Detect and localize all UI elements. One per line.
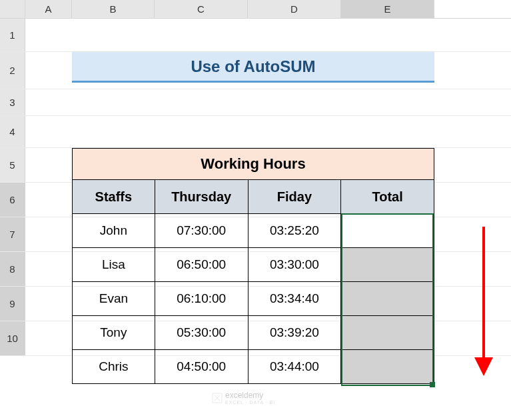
row-header-2[interactable]: 2 xyxy=(0,52,25,89)
cell[interactable] xyxy=(25,252,72,286)
col-total: Total xyxy=(341,180,434,214)
col-friday: Fiday xyxy=(248,180,341,214)
row-header-10[interactable]: 10 xyxy=(0,321,25,355)
friday-val[interactable]: 03:44:00 xyxy=(248,350,341,384)
table-row: Lisa 06:50:00 03:30:00 xyxy=(73,248,434,282)
cell[interactable] xyxy=(155,116,248,147)
cell[interactable] xyxy=(248,89,341,115)
row-1: 1 xyxy=(0,19,511,52)
row-header-7[interactable]: 7 xyxy=(0,217,25,251)
friday-val[interactable]: 03:30:00 xyxy=(248,248,341,282)
cell[interactable] xyxy=(25,217,72,251)
col-thursday: Thursday xyxy=(155,180,248,214)
row-header-3[interactable]: 3 xyxy=(0,89,25,115)
down-arrow-icon xyxy=(474,227,493,380)
col-header-b[interactable]: B xyxy=(72,0,155,18)
cell[interactable] xyxy=(25,148,72,182)
table-row: Chris 04:50:00 03:44:00 xyxy=(73,350,434,384)
table-header: Working Hours xyxy=(73,149,434,180)
row-header-5[interactable]: 5 xyxy=(0,148,25,182)
logo-icon xyxy=(212,393,223,403)
staff-name[interactable]: Evan xyxy=(73,282,155,316)
cell[interactable] xyxy=(155,19,248,51)
table-row: Evan 06:10:00 03:34:40 xyxy=(73,282,434,316)
watermark-tag: EXCEL · DATA · BI xyxy=(225,400,275,405)
cell[interactable] xyxy=(72,19,155,51)
total-val[interactable] xyxy=(341,316,434,350)
select-all-corner[interactable] xyxy=(0,0,25,18)
friday-val[interactable]: 03:34:40 xyxy=(248,282,341,316)
cell[interactable] xyxy=(248,19,341,51)
page-title: Use of AutoSUM xyxy=(72,52,434,83)
column-headers: A B C D E xyxy=(0,0,511,19)
staff-name[interactable]: Lisa xyxy=(73,248,155,282)
table-row: Tony 05:30:00 03:39:20 xyxy=(73,316,434,350)
cell[interactable] xyxy=(72,89,155,115)
row-header-8[interactable]: 8 xyxy=(0,252,25,286)
cell[interactable] xyxy=(25,89,72,115)
cell[interactable] xyxy=(248,116,341,147)
col-header-a[interactable]: A xyxy=(25,0,72,18)
table-row: John 07:30:00 03:25:20 xyxy=(73,214,434,248)
thursday-val[interactable]: 04:50:00 xyxy=(155,350,248,384)
col-header-d[interactable]: D xyxy=(248,0,341,18)
total-val[interactable] xyxy=(341,282,434,316)
col-staffs: Staffs xyxy=(73,180,155,214)
staff-name[interactable]: Chris xyxy=(73,350,155,384)
thursday-val[interactable]: 06:50:00 xyxy=(155,248,248,282)
watermark: exceldemy EXCEL · DATA · BI xyxy=(212,391,275,405)
staff-name[interactable]: Tony xyxy=(73,316,155,350)
cell[interactable] xyxy=(155,89,248,115)
row-header-9[interactable]: 9 xyxy=(0,287,25,321)
row-header-4[interactable]: 4 xyxy=(0,116,25,147)
watermark-brand: exceldemy xyxy=(225,391,263,400)
spreadsheet-grid: A B C D E 1 2 3 4 5 6 7 8 9 10 Use of Au… xyxy=(0,0,511,420)
thursday-val[interactable]: 05:30:00 xyxy=(155,316,248,350)
cell[interactable] xyxy=(341,19,434,51)
total-val[interactable] xyxy=(341,214,434,248)
friday-val[interactable]: 03:39:20 xyxy=(248,316,341,350)
cell[interactable] xyxy=(341,89,434,115)
row-header-1[interactable]: 1 xyxy=(0,19,25,51)
row-header-6[interactable]: 6 xyxy=(0,183,25,217)
working-hours-table: Working Hours Staffs Thursday Fiday Tota… xyxy=(72,148,434,384)
col-header-c[interactable]: C xyxy=(155,0,248,18)
cell[interactable] xyxy=(72,116,155,147)
cell[interactable] xyxy=(25,183,72,217)
cell[interactable] xyxy=(25,19,72,51)
thursday-val[interactable]: 07:30:00 xyxy=(155,214,248,248)
total-val[interactable] xyxy=(341,248,434,282)
staff-name[interactable]: John xyxy=(73,214,155,248)
thursday-val[interactable]: 06:10:00 xyxy=(155,282,248,316)
friday-val[interactable]: 03:25:20 xyxy=(248,214,341,248)
cell[interactable] xyxy=(25,116,72,147)
cell[interactable] xyxy=(341,116,434,147)
col-header-e[interactable]: E xyxy=(341,0,434,18)
cell[interactable] xyxy=(25,321,72,355)
cell[interactable] xyxy=(25,52,72,89)
cell[interactable] xyxy=(25,287,72,321)
total-val[interactable] xyxy=(341,350,434,384)
